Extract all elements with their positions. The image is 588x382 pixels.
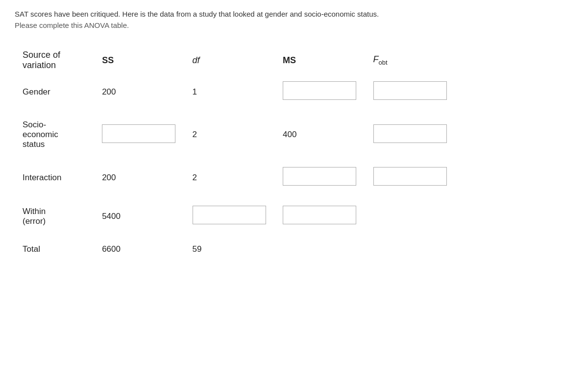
spacer-row [15, 109, 456, 113]
ms-input[interactable] [283, 206, 356, 224]
df-cell: 2 [185, 160, 275, 195]
ss-cell: 200 [94, 74, 184, 109]
ms-cell [275, 74, 365, 109]
fobt-input[interactable] [373, 167, 447, 186]
fobt-input[interactable] [373, 124, 447, 143]
fobt-cell [366, 238, 456, 261]
intro-line1: SAT scores have been critiqued. Here is … [15, 10, 573, 18]
table-row: Interaction2002 [15, 160, 456, 195]
ss-cell: 6600 [94, 238, 184, 261]
table-row: Gender2001 [15, 74, 456, 109]
ms-cell [275, 199, 365, 234]
spacer-row [15, 234, 456, 238]
source-cell: Total [15, 238, 94, 261]
header-ss: SS [94, 44, 184, 74]
ms-cell [275, 160, 365, 195]
source-cell: Within(error) [15, 199, 94, 234]
fobt-cell [366, 160, 456, 195]
df-cell: 59 [185, 238, 275, 261]
spacer-row [15, 195, 456, 199]
ms-cell: 400 [275, 113, 365, 156]
source-cell: Gender [15, 74, 94, 109]
table-row: Socio-economicstatus2400 [15, 113, 456, 156]
source-cell: Interaction [15, 160, 94, 195]
table-row: Total660059 [15, 238, 456, 261]
df-input[interactable] [193, 206, 266, 224]
df-cell [185, 199, 275, 234]
ms-input[interactable] [283, 81, 356, 100]
df-cell: 1 [185, 74, 275, 109]
anova-table: Source of variation SS df MS Fobt Gender… [15, 44, 456, 261]
fobt-cell [366, 199, 456, 234]
intro-line2: Please complete this ANOVA table. [15, 21, 573, 29]
header-ms: MS [275, 44, 365, 74]
header-fobt: Fobt [366, 44, 456, 74]
ss-input[interactable] [102, 124, 175, 143]
spacer-row [15, 156, 456, 160]
header-source: Source of variation [15, 44, 94, 74]
ms-input[interactable] [283, 167, 356, 186]
table-row: Within(error)5400 [15, 199, 456, 234]
ms-cell [275, 238, 365, 261]
fobt-cell [366, 113, 456, 156]
source-cell: Socio-economicstatus [15, 113, 94, 156]
fobt-input[interactable] [373, 81, 447, 100]
ss-cell: 5400 [94, 199, 184, 234]
ss-cell [94, 113, 184, 156]
df-cell: 2 [185, 113, 275, 156]
header-df: df [185, 44, 275, 74]
fobt-cell [366, 74, 456, 109]
ss-cell: 200 [94, 160, 184, 195]
